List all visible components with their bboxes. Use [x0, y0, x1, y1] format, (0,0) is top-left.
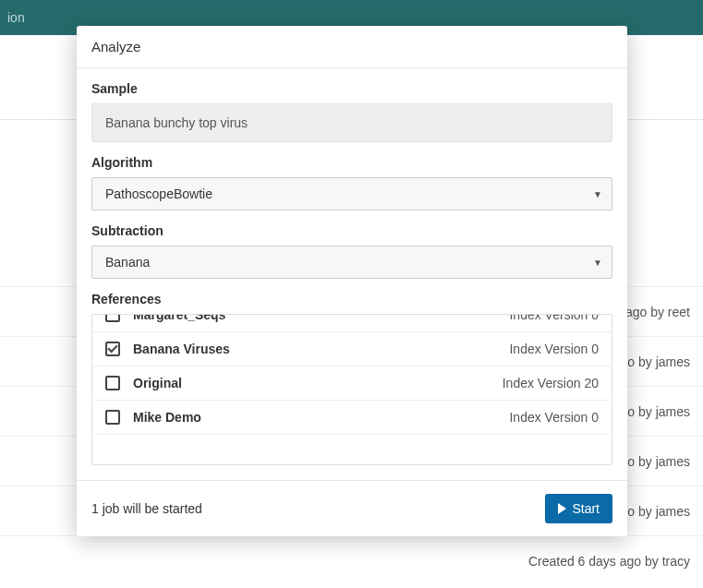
- analyze-modal: Analyze Sample Banana bunchy top virus A…: [77, 26, 627, 536]
- chevron-down-icon: ▼: [593, 189, 602, 199]
- modal-footer: 1 job will be started Start: [77, 480, 627, 536]
- sample-field-group: Sample Banana bunchy top virus: [91, 81, 612, 142]
- reference-version: Index Version 0: [509, 410, 599, 425]
- subtraction-field-group: Subtraction Banana ▼: [91, 223, 612, 279]
- reference-version: Index Version 0: [509, 315, 599, 322]
- subtraction-value: Banana: [105, 255, 150, 270]
- algorithm-label: Algorithm: [91, 155, 612, 170]
- references-list: Margaret_Seqs Index Version 0 Banana Vir…: [91, 314, 612, 465]
- modal-body: Sample Banana bunchy top virus Algorithm…: [77, 68, 627, 480]
- reference-name: Banana Viruses: [133, 342, 230, 356]
- checkbox-icon[interactable]: [105, 410, 120, 425]
- reference-item[interactable]: Original Index Version 20: [92, 366, 612, 401]
- start-button-label: Start: [572, 501, 600, 516]
- references-scroll[interactable]: Margaret_Seqs Index Version 0 Banana Vir…: [92, 315, 612, 464]
- sample-label: Sample: [91, 81, 612, 96]
- subtraction-label: Subtraction: [91, 223, 612, 238]
- modal-title: Analyze: [77, 26, 627, 68]
- job-status-text: 1 job will be started: [91, 501, 202, 516]
- reference-version: Index Version 0: [509, 342, 599, 356]
- reference-item[interactable]: Mike Demo Index Version 0: [92, 401, 612, 435]
- reference-item[interactable]: Margaret_Seqs Index Version 0: [92, 315, 612, 332]
- algorithm-field-group: Algorithm PathoscopeBowtie ▼: [91, 155, 612, 210]
- reference-name: Mike Demo: [133, 410, 201, 425]
- reference-version: Index Version 20: [503, 376, 599, 390]
- sample-value: Banana bunchy top virus: [105, 115, 248, 130]
- checkbox-icon[interactable]: [105, 315, 120, 322]
- start-button[interactable]: Start: [545, 494, 612, 523]
- subtraction-select[interactable]: Banana ▼: [91, 246, 612, 279]
- sample-input: Banana bunchy top virus: [91, 103, 612, 142]
- chevron-down-icon: ▼: [593, 258, 602, 268]
- references-field-group: References Margaret_Seqs Index Version 0: [91, 292, 612, 465]
- algorithm-value: PathoscopeBowtie: [105, 186, 212, 201]
- checkbox-icon[interactable]: [105, 376, 120, 390]
- reference-item[interactable]: Banana Viruses Index Version 0: [92, 332, 612, 366]
- play-icon: [558, 503, 566, 514]
- references-label: References: [91, 292, 612, 306]
- algorithm-select[interactable]: PathoscopeBowtie ▼: [91, 177, 612, 210]
- reference-name: Margaret_Seqs: [133, 315, 225, 322]
- reference-name: Original: [133, 376, 182, 390]
- scroll-spacer: [92, 435, 612, 464]
- checkbox-checked-icon[interactable]: [105, 342, 120, 356]
